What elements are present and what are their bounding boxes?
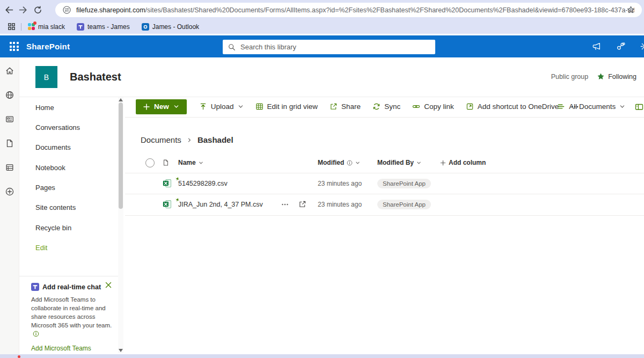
table-row[interactable]: 5145298289.csv 23 minutes ago SharePoint… [125,173,644,194]
modified-by-badge[interactable]: SharePoint App [377,179,431,188]
edit-grid-view-label: Edit in grid view [267,103,318,111]
privacy-label: Public group [551,73,589,81]
teams-icon [77,23,84,31]
upload-button[interactable]: Upload [199,103,244,111]
file-icon [162,159,170,166]
excel-file-icon [163,173,172,194]
megaphone-icon[interactable] [591,41,602,52]
nav-item-recycle-bin[interactable]: Recycle bin [35,224,71,232]
nav-item-site-contents[interactable]: Site contents [35,203,76,211]
sharepoint-brand[interactable]: SharePoint [26,42,70,51]
nav-item-documents[interactable]: Documents [35,143,71,151]
apps-grid-icon[interactable] [8,23,16,31]
file-name[interactable]: 5145298289.csv [178,173,228,194]
bookmark-james-outlook[interactable]: James - Outlook [142,23,199,31]
address-bar[interactable]: filefuze.sharepoint.com/sites/Bashatest/… [55,3,642,17]
nav-item-conversations[interactable]: Conversations [35,123,80,131]
url-text[interactable]: filefuze.sharepoint.com/sites/Bashatest/… [76,6,634,14]
bookmarks-divider [21,23,21,31]
globe-icon[interactable] [4,90,15,100]
news-icon[interactable] [4,114,15,125]
site-info-icon[interactable] [63,6,71,14]
column-header-name[interactable]: Name [178,159,203,166]
breadcrumb: Documents Bashadel [141,135,233,144]
plus-icon [440,160,446,166]
details-pane-button[interactable]: D [635,103,644,111]
bookmark-label: James - Outlook [152,23,199,31]
copy-link-label: Copy link [424,103,454,111]
command-bar: New Upload Edit in grid view Share [136,99,644,114]
row-ellipsis-icon[interactable] [281,200,289,209]
search-icon [228,43,236,51]
info-icon[interactable] [33,331,39,337]
site-initial: B [44,73,49,82]
chevron-down-icon [416,160,421,165]
chevron-down-icon [173,104,179,109]
row-divider [125,215,644,216]
library-search-box[interactable] [223,40,435,54]
new-button[interactable]: New [136,99,187,114]
add-column-label: Add column [449,159,486,166]
file-name[interactable]: JIRA_Jun 2nd, 4_37 PM.csv [178,194,263,215]
bookmark-teams-james[interactable]: teams - James [77,23,130,31]
site-title[interactable]: Bashatest [70,71,121,83]
breadcrumb-documents[interactable]: Documents [141,135,181,144]
teams-card-title: Add real-time chat [42,283,101,291]
sync-icon [372,103,380,111]
forward-icon[interactable] [19,5,28,14]
breadcrumb-bashadel[interactable]: Bashadel [197,135,233,144]
view-selector-button[interactable]: All Documents [557,103,625,111]
taskbar-edge [0,354,644,358]
column-header-modified-by[interactable]: Modified By [377,159,421,166]
scroll-down-arrow[interactable] [119,349,123,352]
sync-label: Sync [384,103,400,111]
app-launcher-waffle-icon[interactable] [5,38,23,56]
row-share-icon[interactable] [298,200,306,208]
link-icon [412,103,420,111]
share-label: Share [341,103,361,111]
copy-link-button[interactable]: Copy link [412,103,454,111]
scrollbar-thumb[interactable] [119,103,123,209]
site-header: B Bashatest Public group Following [19,57,644,97]
new-label: New [154,103,169,111]
close-icon[interactable] [105,282,112,288]
back-icon[interactable] [4,5,13,14]
scroll-up-arrow[interactable] [119,98,123,101]
add-shortcut-onedrive-button[interactable]: Add shortcut to OneDrive [466,103,559,111]
nav-scrollbar[interactable] [118,97,123,353]
select-all-checkbox[interactable] [145,158,155,167]
reload-icon[interactable] [33,5,42,14]
following-button[interactable]: Following [597,72,636,81]
document-icon[interactable] [4,138,15,149]
search-input[interactable] [240,43,430,51]
nav-item-notebook[interactable]: Notebook [35,164,65,172]
file-type-column[interactable] [162,159,170,166]
nav-item-home[interactable]: Home [35,104,54,112]
teams-icon [31,283,39,291]
home-icon[interactable] [4,65,15,76]
add-shortcut-icon [466,103,474,111]
bookmark-star-icon[interactable] [626,5,635,14]
table-row[interactable]: JIRA_Jun 2nd, 4_37 PM.csv 23 minutes ago… [125,194,644,215]
bookmark-label: teams - James [87,23,130,31]
library-icon[interactable] [4,162,15,173]
gear-icon[interactable] [640,41,644,52]
add-column-button[interactable]: Add column [440,159,486,166]
browser-toolbar: filefuze.sharepoint.com/sites/Bashatest/… [0,0,644,19]
column-header-modified[interactable]: Modified [318,159,360,166]
edit-grid-view-button[interactable]: Edit in grid view [255,103,318,111]
sync-button[interactable]: Sync [372,103,400,111]
nav-edit-link[interactable]: Edit [35,244,47,252]
site-logo[interactable]: B [35,66,57,88]
nav-item-pages[interactable]: Pages [35,184,55,192]
create-plus-icon[interactable] [4,186,15,197]
connections-icon[interactable] [616,41,626,52]
add-microsoft-teams-link[interactable]: Add Microsoft Teams [31,345,113,352]
toolbar-divider [125,117,644,118]
browser-window: filefuze.sharepoint.com/sites/Bashatest/… [0,0,644,358]
share-button[interactable]: Share [330,103,361,111]
modified-cell: 23 minutes ago [318,173,362,194]
url-domain: filefuze.sharepoint.com [76,6,145,14]
modified-by-badge[interactable]: SharePoint App [377,200,431,209]
bookmark-mia-slack[interactable]: mia slack [28,23,65,31]
